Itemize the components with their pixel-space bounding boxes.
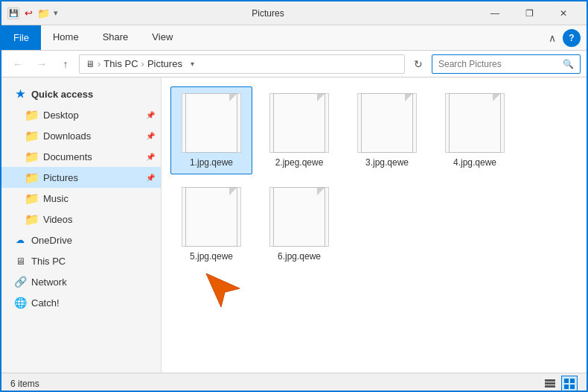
sidebar-item-onedrive[interactable]: ☁ OneDrive: [1, 230, 161, 250]
icon-view-button[interactable]: [561, 376, 578, 392]
file-icon-3: [357, 93, 417, 153]
documents-label: Documents: [43, 151, 92, 162]
pictures-folder-icon: 📁: [25, 171, 39, 184]
sidebar-item-videos[interactable]: 📁 Videos: [1, 209, 161, 230]
search-box[interactable]: 🔍: [432, 54, 581, 74]
file-item-6[interactable]: 6.jpg.qewe: [258, 180, 340, 268]
file-name-2: 2.jpeg.qewe: [275, 157, 324, 168]
ribbon-tabs: Home Share View: [41, 25, 185, 50]
file-item-4[interactable]: 4.jpg.qewe: [434, 86, 516, 174]
main-layout: ★ Quick access 📁 Desktop 📌 📁 Downloads 📌…: [1, 78, 587, 373]
svg-rect-2: [545, 379, 555, 382]
file-icon-5: [182, 187, 241, 247]
file-item-1[interactable]: 1.jpg.qewe: [170, 86, 252, 174]
pin-icon: 📌: [146, 111, 155, 119]
save-icon[interactable]: 💾: [7, 7, 19, 19]
file-icon-2: [269, 93, 329, 153]
pin-icon-pictures: 📌: [146, 174, 155, 182]
videos-label: Videos: [43, 214, 73, 225]
close-button[interactable]: ✕: [546, 1, 581, 25]
file-inner-2: [273, 93, 325, 153]
path-pictures[interactable]: Pictures: [147, 58, 182, 69]
documents-folder-icon: 📁: [25, 150, 39, 163]
onedrive-icon: ☁: [13, 233, 27, 247]
sidebar-item-documents[interactable]: 📁 Documents 📌: [1, 146, 161, 167]
sidebar: ★ Quick access 📁 Desktop 📌 📁 Downloads 📌…: [1, 78, 162, 373]
file-name-6: 6.jpg.qewe: [278, 251, 321, 262]
title-bar: 💾 ↩ 📁 ▾ Pictures — ❐ ✕: [1, 1, 587, 25]
svg-marker-0: [206, 274, 240, 307]
undo-icon[interactable]: ↩: [22, 7, 34, 19]
search-input[interactable]: [438, 59, 560, 69]
back-button[interactable]: ←: [7, 54, 28, 75]
items-count: 6 items: [10, 379, 39, 389]
file-item-2[interactable]: 2.jpeg.qewe: [258, 86, 340, 174]
path-sep2: ›: [141, 58, 144, 69]
minimize-button[interactable]: —: [478, 1, 512, 25]
content-area: 1.jpg.qewe 2.jpeg.qewe 3.jpg.qewe: [162, 78, 587, 373]
window-title: Pictures: [58, 8, 478, 19]
path-dropdown-icon[interactable]: ▾: [185, 54, 200, 74]
catch-icon: 🌐: [13, 296, 27, 309]
up-button[interactable]: ↑: [55, 54, 76, 75]
search-icon[interactable]: 🔍: [563, 59, 574, 69]
svg-rect-7: [564, 385, 569, 389]
maximize-button[interactable]: ❐: [512, 1, 546, 25]
thispc-label: This PC: [31, 256, 65, 267]
folder-icon: 📁: [37, 7, 49, 19]
pictures-label: Pictures: [43, 172, 78, 183]
window-controls: — ❐ ✕: [478, 1, 581, 25]
file-item-5[interactable]: 5.jpg.qewe: [170, 180, 252, 268]
file-corner-1: [229, 94, 237, 101]
file-name-1: 1.jpg.qewe: [190, 157, 233, 168]
sidebar-item-network[interactable]: 🔗 Network: [1, 271, 161, 292]
sidebar-item-desktop[interactable]: 📁 Desktop 📌: [1, 104, 161, 125]
share-tab[interactable]: Share: [91, 25, 141, 50]
music-folder-icon: 📁: [25, 192, 39, 205]
view-tab[interactable]: View: [140, 25, 185, 50]
file-corner-5: [229, 188, 237, 195]
file-name-4: 4.jpg.qewe: [453, 157, 496, 168]
svg-rect-8: [570, 385, 575, 389]
path-sep1: ›: [98, 58, 100, 69]
pin-icon-documents: 📌: [146, 153, 155, 161]
sidebar-item-music[interactable]: 📁 Music: [1, 188, 161, 209]
file-corner-6: [317, 188, 325, 195]
help-button[interactable]: ?: [563, 29, 581, 47]
svg-marker-1: [206, 274, 221, 288]
view-controls: [542, 376, 578, 392]
file-name-5: 5.jpg.qewe: [190, 251, 233, 262]
details-view-button[interactable]: [542, 376, 558, 392]
videos-folder-icon: 📁: [25, 212, 39, 226]
path-thispc[interactable]: This PC: [103, 58, 138, 69]
title-bar-icons: 💾 ↩ 📁 ▾: [7, 7, 58, 19]
folder-icon: 📁: [25, 108, 39, 121]
refresh-button[interactable]: ↻: [408, 54, 429, 75]
address-path[interactable]: 🖥 › This PC › Pictures ▾: [79, 54, 405, 74]
file-tab[interactable]: File: [1, 25, 41, 50]
arrow-overlay: [199, 266, 258, 328]
ribbon-collapse-icon[interactable]: ∧: [545, 31, 560, 45]
file-inner-4: [449, 93, 501, 153]
sidebar-item-downloads[interactable]: 📁 Downloads 📌: [1, 125, 161, 146]
home-tab[interactable]: Home: [41, 25, 91, 50]
file-inner-5: [185, 187, 237, 247]
pin-icon-downloads: 📌: [146, 132, 155, 140]
file-inner-6: [273, 187, 325, 247]
forward-button[interactable]: →: [31, 54, 52, 75]
file-corner-4: [493, 94, 500, 101]
downloads-folder-icon: 📁: [25, 129, 39, 142]
catch-label: Catch!: [31, 297, 60, 309]
svg-rect-5: [564, 379, 569, 383]
file-item-3[interactable]: 3.jpg.qewe: [346, 86, 428, 174]
sidebar-item-catch[interactable]: 🌐 Catch!: [1, 292, 161, 313]
file-corner-3: [405, 94, 412, 101]
sidebar-item-quick-access[interactable]: ★ Quick access: [1, 83, 161, 104]
svg-rect-3: [545, 382, 555, 385]
downloads-label: Downloads: [43, 130, 91, 142]
sidebar-item-thispc[interactable]: 🖥 This PC: [1, 250, 161, 271]
ribbon: File Home Share View ∧ ?: [1, 25, 587, 51]
star-icon: ★: [13, 87, 27, 101]
quick-access-label: Quick access: [31, 89, 93, 100]
sidebar-item-pictures[interactable]: 📁 Pictures 📌: [1, 167, 161, 188]
